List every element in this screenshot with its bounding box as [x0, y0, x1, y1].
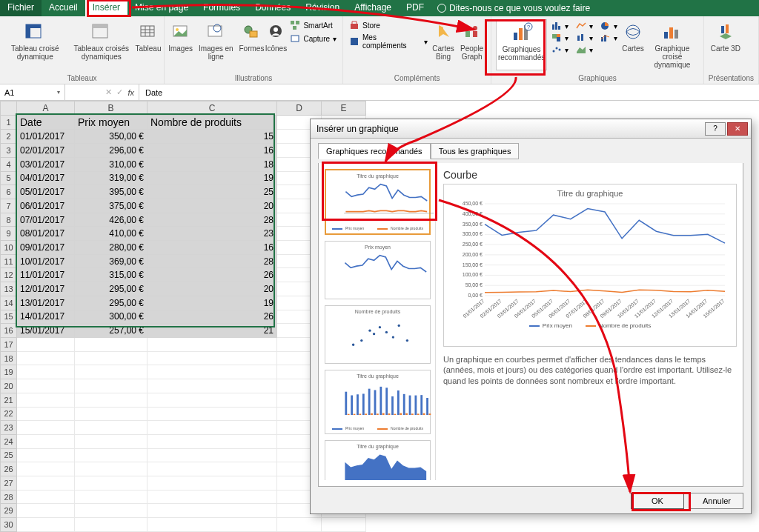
help-button[interactable]: ?	[705, 122, 726, 136]
chart-type-surface[interactable]: ▾	[574, 44, 594, 55]
svg-point-59	[398, 325, 400, 327]
svg-text:100,00 €: 100,00 €	[463, 272, 483, 277]
people-graph-button[interactable]: People Graph	[457, 19, 486, 62]
group-illustrations: Illustrations	[169, 74, 338, 82]
thumb-area[interactable]: Titre du graphiquePrix moyenNombre de pr…	[325, 440, 431, 480]
thumb-scatter[interactable]: Nombre de produits	[325, 305, 431, 364]
recommended-charts-button[interactable]: ?Graphiques recommandés	[496, 19, 547, 70]
svg-point-40	[555, 47, 557, 50]
shapes-button[interactable]: Formes	[239, 19, 263, 62]
tab-accueil[interactable]: Accueil	[42, 0, 85, 16]
thumb-line-single[interactable]: Prix moyen	[325, 241, 431, 299]
cancel-icon[interactable]: ✕	[105, 87, 112, 97]
icons-button[interactable]: Icônes	[265, 19, 287, 62]
svg-rect-52	[726, 24, 729, 33]
capture-button[interactable]: Capture ▾	[288, 33, 338, 44]
svg-rect-86	[411, 413, 414, 415]
svg-rect-49	[669, 27, 673, 39]
tab-recommended-charts[interactable]: Graphiques recommandés	[318, 143, 431, 159]
chart-description: Un graphique en courbes permet d'affiche…	[443, 354, 737, 386]
name-box[interactable]: A1▾	[0, 84, 65, 100]
chart-type-combo[interactable]: ▾	[599, 33, 619, 43]
chart-preview[interactable]: Titre du graphique 0,00 €50,00 €100,00 €…	[443, 184, 737, 347]
tab-revision[interactable]: Révision	[298, 0, 347, 16]
svg-rect-77	[385, 388, 388, 415]
svg-rect-21	[291, 36, 299, 41]
3d-map-button[interactable]: Carte 3D	[709, 19, 743, 54]
addins-button[interactable]: Mes compléments ▾	[348, 33, 429, 50]
thumb-line-chart[interactable]: Titre du graphiquePrix moyenNombre de pr…	[325, 169, 431, 235]
group-complements: Compléments	[348, 74, 486, 82]
tab-all-charts[interactable]: Tous les graphiques	[431, 143, 520, 159]
tab-donnees[interactable]: Données	[248, 0, 298, 16]
chart-type-col[interactable]: ▾	[550, 21, 570, 31]
svg-rect-36	[552, 34, 557, 39]
svg-rect-64	[348, 414, 350, 415]
svg-point-56	[373, 333, 375, 335]
dialog-title-bar[interactable]: Insérer un graphique ? ✕	[311, 119, 751, 139]
svg-rect-18	[291, 21, 294, 24]
tab-affichage[interactable]: Affichage	[347, 0, 399, 16]
svg-rect-89	[420, 395, 422, 415]
svg-rect-88	[417, 413, 420, 415]
svg-rect-72	[371, 413, 373, 415]
svg-rect-34	[555, 22, 557, 30]
tell-me-search[interactable]: Dites-nous ce que vous voulez faire	[437, 0, 590, 16]
svg-text:?: ?	[526, 24, 530, 30]
svg-rect-75	[380, 387, 382, 415]
pivot-chart-button[interactable]: Graphique croisé dynamique	[646, 19, 699, 70]
pivot-table-button[interactable]: Tableau croisé dynamique	[4, 19, 66, 62]
tab-inserer[interactable]: Insérer	[85, 0, 127, 16]
close-button[interactable]: ✕	[727, 122, 748, 136]
maps-button[interactable]: Cartes	[622, 19, 644, 70]
svg-point-47	[626, 25, 640, 39]
svg-rect-78	[388, 413, 391, 415]
svg-rect-73	[374, 390, 377, 415]
chart-type-line[interactable]: ▾	[574, 21, 594, 31]
ok-button[interactable]: OK	[631, 493, 684, 509]
store-button[interactable]: Store	[348, 19, 429, 31]
chart-title: Titre du graphique	[448, 189, 732, 198]
chart-type-scatter[interactable]: ▾	[550, 44, 570, 55]
chart-type-pie[interactable]: ▾	[599, 21, 619, 31]
tab-file[interactable]: Fichier	[0, 0, 42, 16]
chart-type-hier[interactable]: ▾	[550, 33, 570, 43]
tab-mise-en-page[interactable]: Mise en page	[127, 0, 196, 16]
svg-rect-25	[465, 31, 470, 37]
svg-point-62	[368, 329, 371, 331]
bing-maps-button[interactable]: Cartes Bing	[431, 19, 456, 62]
chart-type-stat[interactable]: ▾	[574, 33, 594, 43]
svg-rect-38	[557, 37, 560, 41]
images-online-button[interactable]: Images en ligne	[193, 19, 238, 62]
fx-icon[interactable]: fx	[127, 88, 134, 97]
images-button[interactable]: Images	[169, 19, 192, 62]
formula-bar: A1▾ ✕✓fx Date	[0, 84, 759, 101]
formula-input[interactable]: Date	[139, 84, 759, 100]
dialog-title: Insérer un graphique	[316, 124, 399, 134]
bulb-icon	[437, 4, 446, 13]
insert-chart-dialog: Insérer un graphique ? ✕ Graphiques reco…	[310, 119, 752, 514]
svg-text:50,00 €: 50,00 €	[465, 282, 483, 287]
svg-rect-68	[359, 413, 361, 415]
svg-rect-81	[397, 390, 400, 415]
svg-rect-51	[721, 26, 724, 33]
svg-rect-35	[558, 26, 560, 30]
enter-icon[interactable]: ✓	[116, 87, 123, 97]
svg-rect-65	[351, 396, 353, 416]
tab-formules[interactable]: Formules	[196, 0, 248, 16]
group-presentations: Présentations	[709, 74, 754, 82]
legend-prix: Prix moyen	[529, 322, 572, 329]
table-button[interactable]: Tableau	[137, 19, 159, 62]
svg-rect-2	[26, 24, 30, 38]
svg-rect-84	[405, 413, 408, 415]
cancel-button[interactable]: Annuler	[690, 493, 743, 509]
tab-pdf[interactable]: PDF	[399, 0, 431, 16]
recommended-pivot-button[interactable]: Tableaux croisés dynamiques	[67, 19, 136, 62]
svg-rect-33	[552, 24, 554, 30]
svg-rect-90	[423, 413, 425, 415]
thumb-clustered-bar[interactable]: Titre du graphiquePrix moyenNombre de pr…	[325, 370, 431, 434]
svg-rect-29	[519, 28, 523, 40]
svg-rect-71	[368, 389, 371, 415]
smartart-button[interactable]: SmartArt	[288, 19, 338, 31]
svg-text:200,00 €: 200,00 €	[463, 252, 483, 257]
